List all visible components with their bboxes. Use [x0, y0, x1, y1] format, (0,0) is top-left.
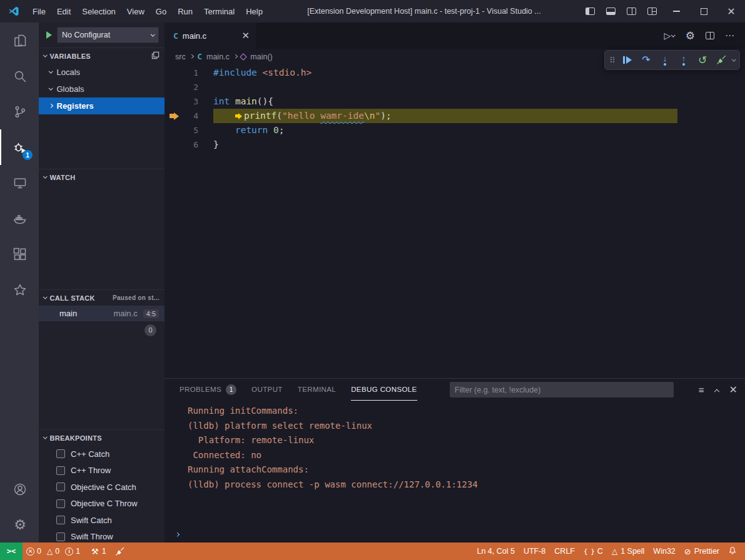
info-icon: i	[65, 548, 73, 556]
debug-console-output[interactable]: Running initCommands:(lldb) platform sel…	[165, 401, 745, 526]
activity-testing[interactable]	[0, 272, 39, 308]
continue-icon	[623, 56, 632, 64]
code-line-6[interactable]: 6}	[165, 138, 745, 152]
variables-item-locals[interactable]: Locals	[39, 64, 165, 81]
code-line-3[interactable]: 3int main(){	[165, 94, 745, 109]
checkbox-unchecked[interactable]	[56, 516, 65, 524]
more-actions-button[interactable]: ⋯	[725, 30, 735, 41]
status-debug-target[interactable]	[111, 542, 129, 560]
start-debug-icon[interactable]	[46, 31, 52, 39]
minimize-button[interactable]	[662, 0, 690, 22]
remote-indicator[interactable]: ><	[0, 542, 23, 560]
collapse-all-icon[interactable]	[151, 51, 160, 61]
activity-search[interactable]	[0, 58, 39, 94]
status-language-mode[interactable]: { }C	[579, 542, 607, 560]
continue-button[interactable]	[619, 52, 636, 68]
breakpoint-item-swift-catch[interactable]: Swift Catch	[39, 512, 165, 529]
status-eol[interactable]: CRLF	[550, 542, 579, 560]
code-line-5[interactable]: 5 return 0;	[165, 123, 745, 138]
activity-run-and-debug[interactable]: 1	[0, 129, 39, 165]
breadcrumb-file[interactable]: main.c	[206, 52, 230, 61]
filter-lines-icon[interactable]: ≡	[699, 384, 704, 395]
settings-gear-button[interactable]: ⚙	[686, 29, 695, 42]
step-into-button[interactable]: ↓	[657, 52, 674, 68]
panel-tab-label: PROBLEMS	[180, 386, 221, 393]
chevron-right-icon	[233, 54, 237, 58]
panel-tab-terminal[interactable]: TERMINAL	[298, 379, 336, 401]
status-problems[interactable]: ✕ 0 △ 0 i 1	[23, 542, 87, 560]
code-line-4[interactable]: 4 printf("hello wamr-ide\n");	[165, 109, 745, 123]
split-editor-button[interactable]	[706, 32, 714, 39]
menu-edit[interactable]: Edit	[51, 0, 76, 22]
chevron-down-icon[interactable]	[732, 57, 736, 61]
activity-extensions[interactable]	[0, 236, 39, 272]
activity-docker[interactable]	[0, 201, 39, 236]
run-file-button[interactable]: ▷	[664, 31, 674, 41]
panel-tab-output[interactable]: OUTPUT	[251, 379, 283, 401]
toggle-panel-button[interactable]	[601, 0, 621, 22]
breadcrumb-folder[interactable]: src	[175, 52, 186, 61]
checkbox-unchecked[interactable]	[56, 482, 65, 491]
panel-tab-problems[interactable]: PROBLEMS1	[180, 379, 236, 401]
code-editor[interactable]: 1#include <stdio.h>23int main(){4 printf…	[165, 64, 745, 378]
breadcrumb-symbol[interactable]: main()	[250, 52, 272, 61]
debug-config-dropdown[interactable]: No Configurat	[57, 27, 159, 43]
breakpoints-header[interactable]: BREAKPOINTS	[39, 430, 165, 446]
close-window-button[interactable]: ✕	[717, 0, 745, 22]
variables-item-registers[interactable]: Registers	[39, 98, 165, 114]
toggle-secondary-sidebar-icon	[627, 8, 636, 15]
status-toolchain[interactable]: ⚒ 1	[87, 542, 111, 560]
call-stack-header[interactable]: CALL STACK Paused on st...	[39, 290, 165, 306]
status-prettier[interactable]: ⊘Prettier	[680, 542, 724, 560]
breakpoint-item-objective-c-throw[interactable]: Objective C Throw	[39, 496, 165, 512]
customize-layout-button[interactable]	[642, 0, 662, 22]
status-encoding[interactable]: UTF-8	[519, 542, 550, 560]
toggle-secondary-sidebar-button[interactable]	[621, 0, 642, 22]
menu-go[interactable]: Go	[150, 0, 172, 22]
activity-explorer[interactable]	[0, 22, 39, 58]
debug-console-input[interactable]	[165, 526, 745, 542]
drag-grip-icon[interactable]: ⠿	[609, 56, 616, 65]
maximize-button[interactable]	[690, 0, 717, 22]
status-label: Win32	[653, 547, 675, 556]
checkbox-unchecked[interactable]	[56, 499, 65, 508]
breakpoint-item-objective-c-catch[interactable]: Objective C Catch	[39, 479, 165, 496]
disconnect-button[interactable]	[713, 52, 730, 68]
status-platform[interactable]: Win32	[649, 542, 679, 560]
panel-tab-debug-console[interactable]: DEBUG CONSOLE	[351, 379, 417, 401]
activity-accounts[interactable]	[0, 471, 39, 507]
activity-remote-explorer[interactable]	[0, 165, 39, 201]
menu-help[interactable]: Help	[240, 0, 268, 22]
code-line-2[interactable]: 2	[165, 80, 745, 94]
console-filter-input[interactable]	[450, 382, 674, 398]
activity-source-control[interactable]	[0, 94, 39, 129]
breakpoint-item-c-catch[interactable]: C++ Catch	[39, 446, 165, 462]
menu-file[interactable]: File	[27, 0, 51, 22]
watch-header[interactable]: WATCH	[39, 169, 165, 185]
step-out-button[interactable]: ↑	[676, 52, 692, 68]
close-tab-icon[interactable]: ✕	[241, 30, 250, 41]
activity-settings[interactable]: ⚙	[0, 507, 39, 542]
toggle-sidebar-button[interactable]	[580, 0, 601, 22]
variables-item-globals[interactable]: Globals	[39, 81, 165, 98]
debug-count-badge: 1	[23, 150, 33, 160]
menu-terminal[interactable]: Terminal	[198, 0, 240, 22]
maximize-panel-icon[interactable]	[714, 389, 719, 394]
step-over-button[interactable]: ↷	[638, 52, 655, 68]
checkbox-unchecked[interactable]	[56, 466, 65, 475]
checkbox-unchecked[interactable]	[56, 532, 65, 541]
checkbox-unchecked[interactable]	[56, 449, 65, 458]
tab-main-c[interactable]: C main.c ✕	[165, 22, 256, 49]
variables-header[interactable]: VARIABLES	[39, 48, 165, 64]
menu-selection[interactable]: Selection	[76, 0, 121, 22]
breakpoint-item-swift-throw[interactable]: Swift Throw	[39, 529, 165, 543]
close-panel-icon[interactable]: ✕	[729, 384, 737, 396]
status-cursor-position[interactable]: Ln 4, Col 5	[472, 542, 519, 560]
stack-frame-row[interactable]: main main.c 4:5	[39, 306, 165, 321]
status-spell[interactable]: △1 Spell	[607, 542, 649, 560]
breakpoint-item-c-throw[interactable]: C++ Throw	[39, 462, 165, 479]
status-notifications[interactable]	[724, 542, 741, 560]
menu-view[interactable]: View	[121, 0, 150, 22]
menu-run[interactable]: Run	[172, 0, 198, 22]
restart-button[interactable]: ↺	[694, 52, 711, 68]
